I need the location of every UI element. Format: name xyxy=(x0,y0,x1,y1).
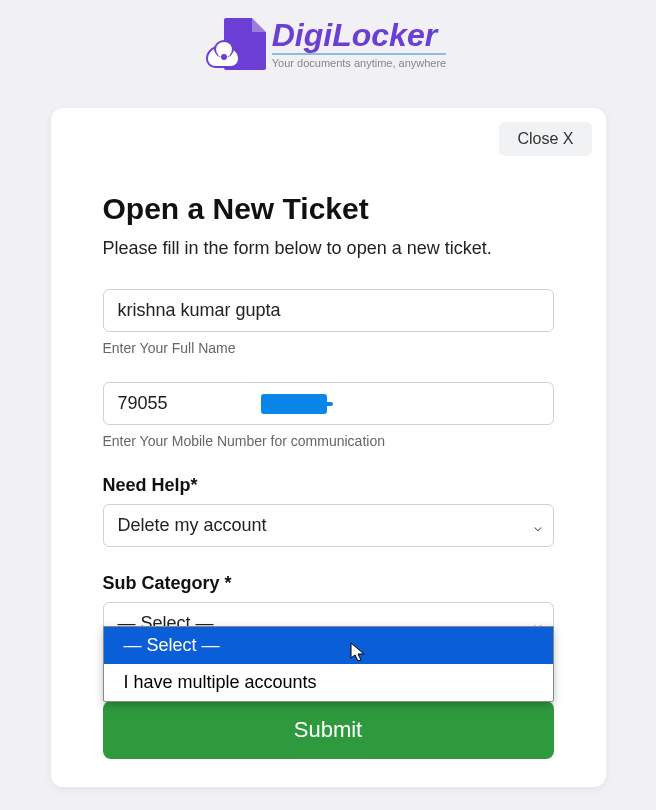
dropdown-option[interactable]: I have multiple accounts xyxy=(104,664,553,701)
name-hint: Enter Your Full Name xyxy=(103,340,554,356)
page-title: Open a New Ticket xyxy=(103,192,554,226)
brand-tagline: Your documents anytime, anywhere xyxy=(272,57,446,69)
logo: DigiLocker Your documents anytime, anywh… xyxy=(210,18,446,70)
mobile-input[interactable] xyxy=(103,382,554,425)
brand-name: DigiLocker xyxy=(272,19,446,55)
dropdown-option[interactable]: — Select — xyxy=(104,627,553,664)
help-select[interactable]: Delete my account xyxy=(103,504,554,547)
page-subtitle: Please fill in the form below to open a … xyxy=(103,238,554,259)
mobile-hint: Enter Your Mobile Number for communicati… xyxy=(103,433,554,449)
name-input[interactable] xyxy=(103,289,554,332)
subcat-label: Sub Category * xyxy=(103,573,554,594)
logo-area: DigiLocker Your documents anytime, anywh… xyxy=(0,0,656,80)
help-label: Need Help* xyxy=(103,475,554,496)
subcat-dropdown: — Select — I have multiple accounts xyxy=(103,626,554,702)
logo-icon xyxy=(210,18,266,70)
close-button[interactable]: Close X xyxy=(499,122,591,156)
ticket-card: Close X Open a New Ticket Please fill in… xyxy=(51,108,606,787)
submit-button[interactable]: Submit xyxy=(103,701,554,759)
